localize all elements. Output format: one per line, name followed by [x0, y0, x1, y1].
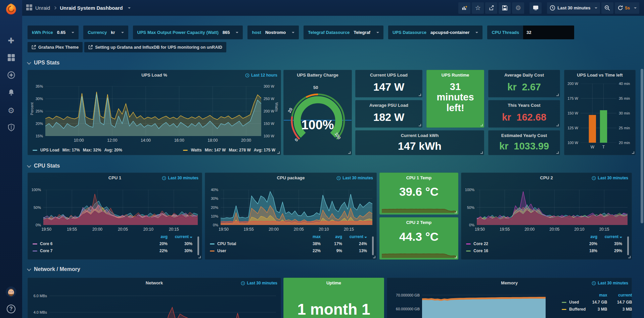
page-scrollbar[interactable]	[641, 69, 643, 223]
panel-title[interactable]: Estimated Yearly Cost	[489, 133, 560, 138]
panel-resize-handle[interactable]	[556, 151, 559, 154]
panel-title[interactable]: Current UPS Load	[356, 73, 422, 78]
time-range-badge[interactable]: Last 30 minutes	[592, 176, 628, 180]
panel-title[interactable]: Current Load kWh	[356, 133, 484, 138]
cpu1-chart[interactable]: 100%50%0%19:5019:5520:0020:0520:1020:15	[43, 190, 198, 225]
panel-resize-handle[interactable]	[480, 124, 483, 126]
memory-chart[interactable]: 70.000000 GB60.000000 GB50.000000 GB	[422, 291, 546, 318]
cpu-package-chart[interactable]: 40%30%20%10%0%19:5019:5520:0020:0520:102…	[221, 190, 372, 225]
legend-col-avg[interactable]: avg	[321, 234, 342, 239]
user-avatar[interactable]	[6, 286, 16, 297]
stat-value: 147 kWh	[356, 140, 484, 152]
panel-title[interactable]: CPU 1 Temp	[380, 175, 458, 180]
legend-col-max[interactable]: max	[299, 234, 321, 239]
panel-resize-handle[interactable]	[556, 94, 559, 96]
panel-resize-handle[interactable]	[419, 94, 421, 96]
panel-resize-handle[interactable]	[373, 256, 375, 258]
cpu2-chart[interactable]: 100%50%0%19:5019:5520:0020:0520:1020:15	[477, 190, 628, 225]
panel-title[interactable]: UPS Runtime	[427, 73, 484, 78]
chevron-down-icon[interactable]	[128, 7, 131, 9]
axis-tick: 20:10	[319, 227, 329, 232]
section-ups-stats[interactable]: UPS Stats	[28, 59, 644, 66]
panel-title[interactable]: CPU 2 Temp	[380, 220, 458, 225]
tv-mode-button[interactable]	[530, 2, 542, 14]
panel-title[interactable]: Average PSU Load	[356, 103, 422, 108]
help-icon[interactable]: ?	[7, 305, 15, 313]
network-chart[interactable]: 6.0 MBs4.0 MBs2.0 MBs	[49, 291, 276, 318]
legend-item-ups-load[interactable]: UPS Load Min: 17% Max: 32% Avg: 20%	[33, 148, 122, 152]
panel-title[interactable]: This Years Cost	[489, 103, 560, 108]
legend-col-current[interactable]: current	[168, 234, 192, 239]
create-plus-icon[interactable]: ✚	[7, 36, 15, 45]
variable-kwh-price[interactable]: kWh Price 0.65	[28, 26, 79, 39]
axis-tick: 20%	[36, 122, 43, 126]
panel-resize-handle[interactable]	[628, 256, 631, 258]
breadcrumb-app[interactable]: Unraid	[35, 5, 50, 11]
legend-col-current[interactable]: current	[597, 234, 622, 239]
section-cpu-stats[interactable]: CPU Stats	[28, 162, 644, 170]
breadcrumb-page[interactable]: Unraid System Dashboard	[60, 5, 123, 11]
panel-resize-handle[interactable]	[556, 124, 559, 126]
panel-resize-handle[interactable]	[348, 151, 351, 154]
save-button[interactable]	[499, 2, 511, 14]
explore-compass-icon[interactable]	[7, 71, 15, 80]
dashboard-grid-icon[interactable]	[26, 4, 32, 12]
refresh-interval-label[interactable]: 5s	[625, 5, 630, 10]
link-ups-monitoring-guide[interactable]: Setting up Grafana and InfluxDB for UPS …	[84, 42, 226, 52]
legend-scrollbar[interactable]	[197, 236, 199, 255]
legend-col-avg[interactable]: avg	[576, 234, 597, 239]
legend-col-current[interactable]: current	[607, 293, 632, 298]
axis-tick: 20:10	[574, 227, 584, 232]
section-network-memory[interactable]: Network / Memory	[28, 266, 644, 273]
panel-title[interactable]: Average Daily Cost	[489, 73, 560, 78]
variable-currency[interactable]: Currency kr	[83, 26, 128, 39]
panel-title[interactable]: UPS Load vs Time left	[564, 73, 635, 78]
legend-col-current[interactable]: current	[342, 234, 367, 239]
time-range-picker[interactable]: Last 30 minutes	[547, 2, 600, 14]
server-admin-shield-icon[interactable]	[7, 124, 15, 132]
panel-ups-load-pct: UPS Load % Last 12 hours Percent Watts 3…	[28, 70, 281, 155]
legend-scrollbar[interactable]	[627, 236, 629, 255]
dashboard-settings-button[interactable]: ⚙	[512, 2, 524, 14]
legend-col-avg[interactable]: avg	[146, 234, 168, 239]
variable-telegraf-datasource[interactable]: Telegraf Datasource Telegraf	[304, 26, 383, 39]
variable-host[interactable]: host Nostromo	[247, 26, 299, 39]
panel-resize-handle[interactable]	[419, 124, 421, 126]
refresh-button[interactable]: 5s	[615, 2, 639, 14]
time-range-badge[interactable]: Last 30 minutes	[241, 281, 277, 285]
breadcrumb: Unraid Unraid System Dashboard	[26, 4, 131, 12]
time-range-badge[interactable]: Last 30 minutes	[336, 176, 373, 180]
panel-resize-handle[interactable]	[632, 151, 634, 154]
axis-tick: 10:00	[74, 138, 84, 143]
share-button[interactable]	[485, 2, 497, 14]
dashboards-grid-icon[interactable]	[7, 54, 15, 62]
configuration-gear-icon[interactable]: ⚙	[7, 106, 15, 115]
time-range-badge[interactable]: Last 30 minutes	[162, 176, 198, 180]
panel-resize-handle[interactable]	[198, 256, 201, 258]
legend-row: User 22% 9% 13%	[210, 248, 367, 253]
legend-scrollbar[interactable]	[372, 236, 374, 255]
panel-title[interactable]: Uptime	[284, 280, 384, 285]
legend-col-max[interactable]: max	[586, 293, 607, 298]
alerting-bell-icon[interactable]	[7, 89, 15, 97]
panel-title[interactable]: UPS Load %	[28, 73, 281, 78]
time-range-badge[interactable]: Last 12 hours	[245, 73, 277, 78]
grafana-logo-icon[interactable]	[5, 3, 17, 15]
ups-load-chart[interactable]: 35%300 W30%250 W25%200 W20%150 W15%100 W…	[45, 86, 261, 136]
panel-resize-handle[interactable]	[455, 256, 457, 258]
panel-resize-handle[interactable]	[277, 151, 280, 154]
axis-tick: 20:00	[92, 227, 102, 232]
add-panel-button[interactable]	[458, 2, 470, 14]
cpu-threads-input[interactable]	[523, 26, 574, 39]
ups-bars-chart[interactable]: 200 W40 min175 W35 min150 W30 min125 W25…	[581, 84, 616, 143]
variable-ups-max-output[interactable]: UPS Max Output Power Capacity (Watt) 865	[133, 26, 243, 39]
time-range-badge[interactable]: Last 30 minutes	[592, 281, 628, 285]
legend-item-watts[interactable]: Watts Min: 147 W Max: 278 W Avg: 175 W	[183, 148, 275, 152]
star-button[interactable]: ☆	[472, 2, 484, 14]
zoom-out-button[interactable]	[601, 2, 613, 14]
link-grafana-plex-theme[interactable]: Grafana Plex Theme	[28, 42, 83, 52]
panel-resize-handle[interactable]	[480, 151, 483, 154]
axis-tick: 35%	[36, 84, 43, 88]
variable-ups-datasource[interactable]: UPS Datasource apcupsd-container	[388, 26, 482, 39]
panel-resize-handle[interactable]	[455, 211, 457, 213]
